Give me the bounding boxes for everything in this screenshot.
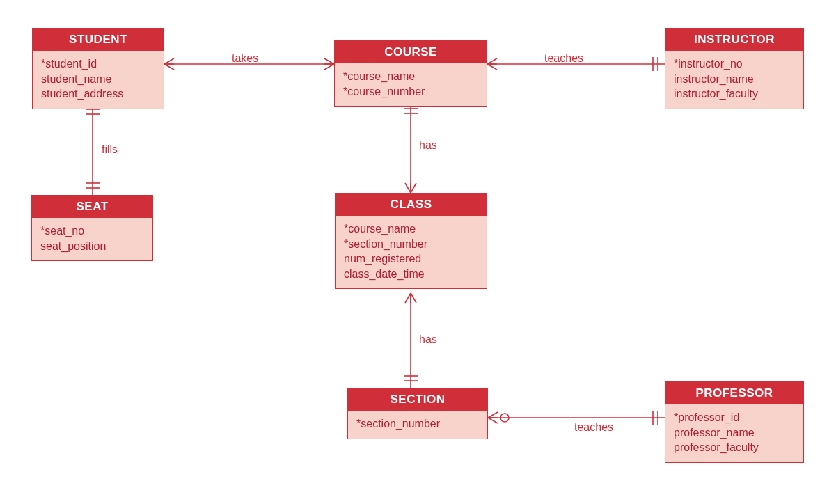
rel-label-has-class: has bbox=[419, 139, 437, 152]
entity-class-body: *course_name *section_number num_registe… bbox=[336, 216, 487, 288]
attr: class_date_time bbox=[344, 267, 480, 282]
svg-point-16 bbox=[500, 414, 509, 422]
attr: *course_name bbox=[344, 221, 480, 237]
attr: professor_name bbox=[674, 425, 796, 441]
rel-label-teaches-professor: teaches bbox=[574, 421, 613, 434]
entity-student-title: STUDENT bbox=[33, 29, 164, 51]
entity-professor-title: PROFESSOR bbox=[665, 382, 803, 404]
entity-instructor: INSTRUCTOR *instructor_no instructor_nam… bbox=[665, 28, 804, 109]
attr: *seat_no bbox=[40, 223, 145, 239]
entity-class-title: CLASS bbox=[336, 194, 487, 216]
entity-seat: SEAT *seat_no seat_position bbox=[31, 195, 153, 261]
entity-course-body: *course_name *course_number bbox=[335, 63, 487, 106]
rel-label-has-section: has bbox=[419, 333, 437, 346]
entity-instructor-body: *instructor_no instructor_name instructo… bbox=[665, 51, 803, 109]
attr: professor_faculty bbox=[674, 440, 796, 455]
entity-course-title: COURSE bbox=[335, 41, 487, 63]
entity-course: COURSE *course_name *course_number bbox=[334, 40, 487, 107]
attr: *course_number bbox=[343, 84, 480, 100]
attr: num_registered bbox=[344, 251, 480, 267]
entity-professor: PROFESSOR *professor_id professor_name p… bbox=[665, 381, 804, 463]
rel-label-fills: fills bbox=[102, 143, 118, 156]
attr: *professor_id bbox=[674, 410, 796, 425]
attr: *instructor_no bbox=[674, 56, 796, 72]
entity-section-title: SECTION bbox=[348, 388, 487, 411]
attr: *section_number bbox=[344, 237, 480, 252]
attr: *course_name bbox=[343, 69, 480, 84]
attr: seat_position bbox=[40, 239, 145, 254]
entity-section: SECTION *section_number bbox=[347, 388, 488, 439]
attr: student_address bbox=[41, 86, 157, 102]
rel-label-takes: takes bbox=[232, 52, 258, 65]
entity-professor-body: *professor_id professor_name professor_f… bbox=[665, 404, 803, 462]
entity-seat-body: *seat_no seat_position bbox=[32, 218, 152, 260]
attr: instructor_faculty bbox=[674, 86, 796, 102]
attr: student_name bbox=[41, 72, 157, 87]
entity-section-body: *section_number bbox=[348, 411, 487, 439]
attr: *student_id bbox=[41, 56, 157, 72]
attr: instructor_name bbox=[674, 72, 796, 87]
rel-label-teaches-instructor: teaches bbox=[544, 52, 583, 65]
entity-seat-title: SEAT bbox=[32, 196, 152, 218]
entity-class: CLASS *course_name *section_number num_r… bbox=[335, 193, 487, 289]
entity-student: STUDENT *student_id student_name student… bbox=[32, 28, 164, 109]
er-diagram-canvas: takes teaches fills has has teaches STUD… bbox=[0, 0, 836, 504]
entity-student-body: *student_id student_name student_address bbox=[33, 51, 164, 109]
entity-instructor-title: INSTRUCTOR bbox=[665, 29, 803, 51]
attr: *section_number bbox=[356, 416, 480, 432]
